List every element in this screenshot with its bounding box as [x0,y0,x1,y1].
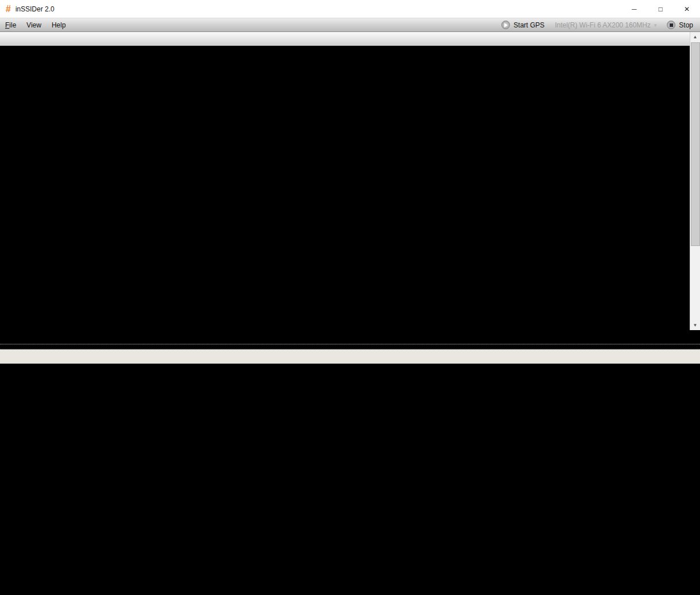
scroll-up-icon[interactable]: ▲ [690,32,700,42]
maximize-button-icon[interactable]: □ [647,0,674,18]
channel-graph-24ghz [0,364,700,595]
window-title: inSSIDer 2.0 [15,5,54,13]
scroll-down-icon[interactable]: ▼ [690,320,700,330]
table-body [0,46,690,330]
menu-bar: FileViewHelp Start GPS Intel(R) Wi-Fi 6 … [0,18,700,32]
start-gps-button[interactable]: Start GPS [501,21,544,29]
channel-graph-svg [0,364,700,595]
network-table: ▲ ▼ [0,32,700,344]
chevron-down-icon: ▾ [654,22,657,28]
play-icon [501,21,510,29]
minimize-button-icon[interactable]: ─ [621,0,647,18]
menu-view[interactable]: View [21,18,46,31]
inssider-window: # inSSIDer 2.0 ─ □ ✕ FileViewHelp Start … [0,0,700,595]
app-logo-icon: # [6,4,11,14]
adapter-select[interactable]: Intel(R) Wi-Fi 6 AX200 160MHz ▾ [555,21,657,29]
stop-icon [667,21,675,29]
vertical-scrollbar[interactable]: ▲ ▼ [690,32,700,330]
stop-button[interactable]: Stop [667,21,693,29]
horizontal-scrollbar[interactable] [0,344,700,350]
menu-help[interactable]: Help [46,18,71,31]
title-bar: # inSSIDer 2.0 ─ □ ✕ [0,0,700,18]
table-header [0,32,690,46]
scrollbar-thumb[interactable] [691,42,700,246]
menu-file[interactable]: File [0,18,21,31]
close-button-icon[interactable]: ✕ [674,0,700,18]
tab-bar [0,350,700,364]
